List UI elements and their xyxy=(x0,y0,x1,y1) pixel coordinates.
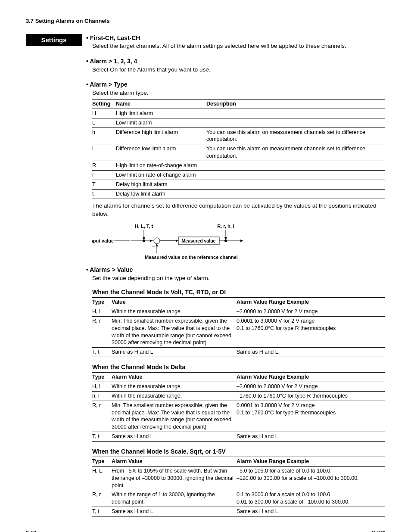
th-name: Name xyxy=(116,99,206,109)
diff-diagram: H, L, T, t R, r, h, l Input value xyxy=(92,223,385,261)
table-row: HHigh limit alarm xyxy=(92,109,385,118)
bullet-alarm-type-title: Alarm > Type xyxy=(86,81,385,89)
table-row: TDelay high limit alarm xyxy=(92,180,385,189)
table-row: R, rMin: The smallest number expressible… xyxy=(92,316,385,348)
mode2-table: Type Alarm Value Alarm Value Range Examp… xyxy=(92,372,385,442)
table-row: rLow limit on rate-of-change alarm xyxy=(92,170,385,180)
mode1-table: Type Value Alarm Value Range Example H, … xyxy=(92,297,385,357)
mode3-heading: When the Channel Mode Is Scale, Sqrt, or… xyxy=(92,448,385,456)
svg-point-11 xyxy=(224,240,227,242)
svg-marker-6 xyxy=(150,240,153,242)
svg-point-7 xyxy=(154,238,160,244)
diag-minus: − xyxy=(152,244,155,250)
table-row: H, LFrom –5% to 105% of the scale width.… xyxy=(92,466,385,490)
diff-note: The alarms for channels set to differenc… xyxy=(92,202,385,218)
table-row: R, rMin: The smallest number expressible… xyxy=(92,401,385,432)
th-setting: Setting xyxy=(92,99,116,109)
diag-caption: Measured value on the reference channel xyxy=(145,255,238,260)
page-footer: 3-12 M-4660 xyxy=(26,529,385,532)
table-row: T, tSame as H and LSame as H and L xyxy=(92,432,385,442)
table-row: T, tSame as H and LSame as H and L xyxy=(92,348,385,357)
table-row: H, LWithin the measurable range.–2.0000 … xyxy=(92,382,385,391)
svg-point-13 xyxy=(143,240,145,242)
diag-input: Input value xyxy=(92,238,114,243)
bullet-first-last-body: Select the target channels. All of the a… xyxy=(92,42,385,50)
diag-measured-box: Measured value xyxy=(182,238,216,243)
svg-marker-12 xyxy=(240,240,243,242)
svg-marker-9 xyxy=(176,240,178,242)
bullet-first-last-title: First-CH, Last-CH xyxy=(86,34,385,42)
alarm-type-table: Setting Name Description HHigh limit ala… xyxy=(92,99,385,199)
bullet-alarm-type-body: Select the alarm type. xyxy=(92,89,385,97)
table-row: LLow limit alarm xyxy=(92,118,385,128)
doc-id: M-4660 xyxy=(372,529,385,532)
header-rule xyxy=(26,26,385,26)
table-row: R, rWithin the range of 1 to 30000, igno… xyxy=(92,490,385,507)
mode2-heading: When the Channel Mode Is Delta xyxy=(92,363,385,371)
section-title: Setting Alarms on Channels xyxy=(35,18,110,24)
bullet-alarms-value-title: Alarms > Value xyxy=(86,266,385,274)
diag-right-label: R, r, h, l xyxy=(217,224,234,229)
page-number: 3-12 xyxy=(26,529,36,532)
diag-left-label: H, L, T, t xyxy=(135,224,153,229)
bullet-alarms-value-body: Set the value depending on the type of a… xyxy=(92,274,385,283)
bullet-alarm-nums-title: Alarm > 1, 2, 3, 4 xyxy=(86,57,385,65)
th-description: Description xyxy=(206,99,385,109)
table-row: tDelay low limit alarm xyxy=(92,189,385,199)
section-number: 3.7 xyxy=(26,18,34,24)
table-row: hDifference high limit alarmYou can use … xyxy=(92,128,385,144)
section-path: 3.7 Setting Alarms on Channels xyxy=(26,17,385,25)
table-row: h, lWithin the measurable range.–1760.0 … xyxy=(92,391,385,401)
table-row: RHigh limit on rate-of-change alarm xyxy=(92,161,385,171)
table-row: H, LWithin the measurable range.–2.0000 … xyxy=(92,307,385,316)
bullet-alarm-nums-body: Select On for the Alarms that you want t… xyxy=(92,65,385,74)
mode1-heading: When the Channel Mode Is Volt, TC, RTD, … xyxy=(92,288,385,296)
settings-badge: Settings xyxy=(26,34,82,46)
mode3-table: Type Alarm Value Alarm Value Range Examp… xyxy=(92,457,385,516)
svg-marker-15 xyxy=(156,244,158,246)
table-row: T, tSame as H and LSame as H and L xyxy=(92,507,385,516)
table-row: lDifference low limit alarmYou can use t… xyxy=(92,144,385,161)
